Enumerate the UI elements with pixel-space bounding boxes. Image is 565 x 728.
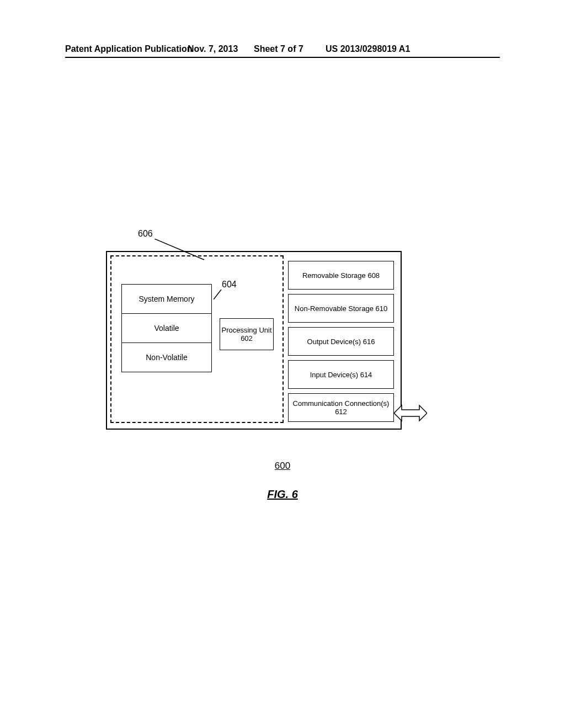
box-output-devices: Output Device(s) 616 [288,327,394,356]
right-stack: Removable Storage 608 Non-Removable Stor… [288,261,394,426]
processing-unit-label: Processing Unit 602 [220,326,273,342]
memory-table: System Memory Volatile Non-Volatile [121,284,212,372]
bidirectional-arrow-icon [394,403,427,423]
header-sheet: Sheet 7 of 7 [254,44,303,54]
box-communication: Communication Connection(s) 612 [288,393,394,422]
svg-marker-2 [394,405,427,421]
box-removable-storage: Removable Storage 608 [288,261,394,290]
memory-row-volatile: Volatile [122,314,211,343]
patent-page: Patent Application Publication Nov. 7, 2… [0,0,565,728]
header-pubno: US 2013/0298019 A1 [326,44,410,54]
figure-caption: FIG. 6 [106,488,459,501]
box-nonremovable-storage: Non-Removable Storage 610 [288,294,394,323]
header-rule [65,57,500,58]
header-date: Nov. 7, 2013 [188,44,238,54]
box-input-devices: Input Device(s) 614 [288,360,394,389]
figure-number: 600 [106,461,459,472]
header-publication: Patent Application Publication [65,44,193,54]
memory-row-nonvolatile: Non-Volatile [122,343,211,372]
processing-unit-box: Processing Unit 602 [220,318,274,350]
ref-606-label: 606 [138,229,153,239]
memory-row-system: System Memory [122,285,211,314]
figure-area: 606 604 System Memory Volatile Non-Volat… [106,229,459,516]
